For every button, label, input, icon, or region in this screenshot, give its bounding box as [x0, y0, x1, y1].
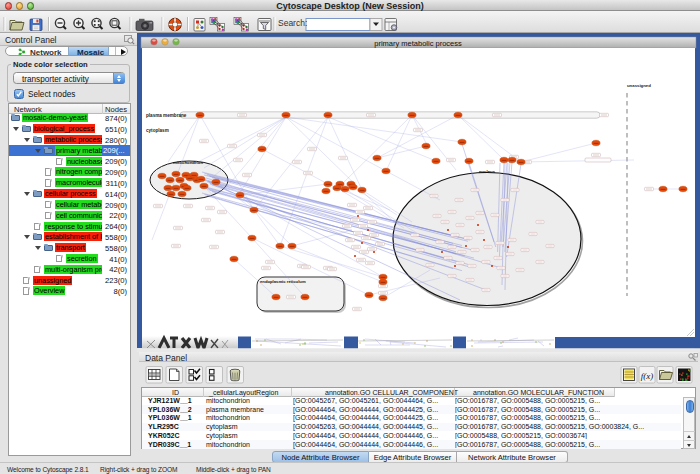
svg-text:nucleus: nucleus	[479, 169, 496, 174]
svg-text:plasma membrane: plasma membrane	[146, 113, 187, 118]
svg-text:mitochondrion: mitochondrion	[173, 160, 203, 165]
svg-text:unassigned: unassigned	[627, 83, 651, 88]
svg-text:primary metabolic process: primary metabolic process	[374, 39, 462, 48]
svg-text:endoplasmic reticulum: endoplasmic reticulum	[260, 279, 306, 284]
svg-text:cytoplasm: cytoplasm	[146, 128, 169, 133]
svg-text:f(x): f(x)	[641, 371, 654, 381]
